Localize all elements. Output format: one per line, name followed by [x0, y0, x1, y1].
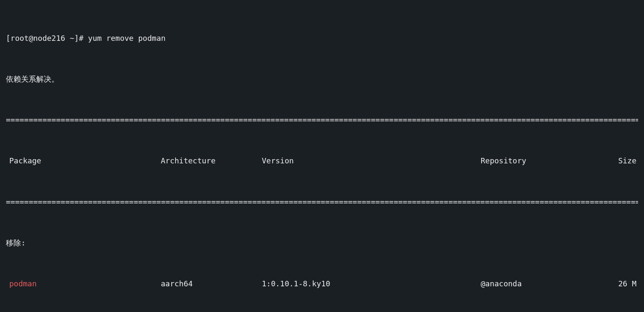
header-size: Size	[607, 156, 638, 166]
hr-double-mid: ========================================…	[6, 197, 638, 207]
header-repository: Repository	[481, 156, 607, 166]
hr-double-top: ========================================…	[6, 115, 638, 125]
pkg-arch: aarch64	[161, 279, 262, 289]
section-removing: 移除:	[6, 238, 638, 248]
table-row: podman aarch64 1:0.10.1-8.ky10 @anaconda…	[6, 279, 638, 289]
header-architecture: Architecture	[161, 156, 262, 166]
shell-prompt: [root@node216 ~]#	[6, 34, 88, 43]
typed-command: yum remove podman	[88, 34, 165, 43]
header-package: Package	[6, 156, 161, 166]
pkg-name: podman	[6, 279, 161, 289]
deps-resolved: 依赖关系解决。	[6, 74, 638, 84]
terminal-output[interactable]: [root@node216 ~]# yum remove podman 依赖关系…	[0, 0, 644, 312]
pkg-repo: @anaconda	[481, 279, 607, 289]
pkg-ver: 1:0.10.1-8.ky10	[262, 279, 481, 289]
pkg-size: 26 M	[607, 279, 638, 289]
table-header: Package Architecture Version Repository …	[6, 156, 638, 166]
command-line: [root@node216 ~]# yum remove podman	[6, 33, 638, 43]
header-version: Version	[262, 156, 481, 166]
